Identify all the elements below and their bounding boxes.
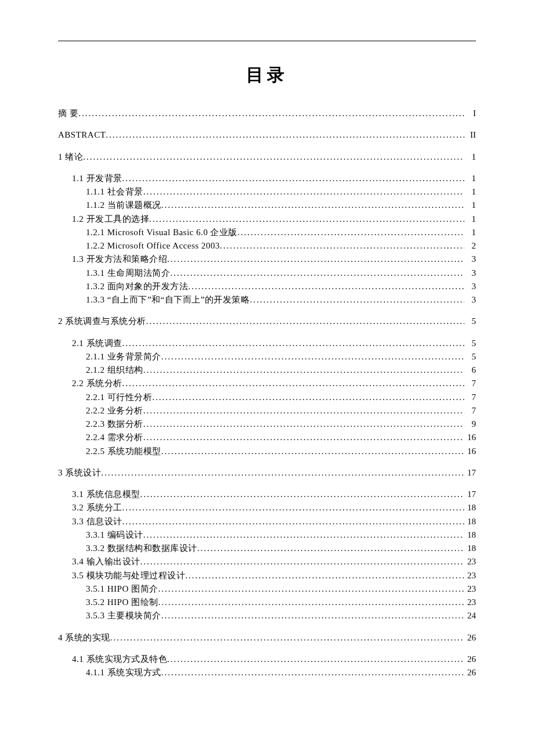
toc-leader-dots bbox=[167, 253, 464, 266]
toc-leader-dots bbox=[143, 431, 464, 444]
toc-block: 3 系统设计17 bbox=[58, 466, 476, 480]
toc-entry: 3.1 系统信息模型17 bbox=[58, 488, 476, 501]
toc-entry: 摘 要I bbox=[58, 107, 476, 120]
toc-entry-page: 18 bbox=[464, 501, 476, 514]
toc-leader-dots bbox=[78, 107, 464, 120]
toc-entry: 1.1.2 当前课题概况 1 bbox=[58, 199, 476, 212]
toc-entry: 2.2.3 数据分析 9 bbox=[58, 417, 476, 431]
toc-block: 摘 要I bbox=[58, 107, 476, 120]
toc-entry: 1.3.1 生命周期法简介 3 bbox=[58, 267, 476, 280]
toc-entry: 1.1 开发背景1 bbox=[58, 172, 476, 185]
toc-entry-page: 1 bbox=[464, 199, 476, 212]
toc-entry-label: 3.3.2 数据结构和数据库设计 bbox=[86, 542, 197, 555]
toc-entry: 3.3 信息设计18 bbox=[58, 515, 476, 528]
toc-block: 4 系统的实现26 bbox=[58, 631, 476, 645]
toc-leader-dots bbox=[143, 404, 464, 417]
toc-leader-dots bbox=[250, 293, 464, 307]
toc-leader-dots bbox=[143, 528, 464, 542]
toc-entry-page: 1 bbox=[464, 150, 476, 164]
toc-entry-label: 1.3.2 面向对象的开发方法 bbox=[86, 280, 188, 293]
toc-entry-label: 3.1 系统信息模型 bbox=[72, 488, 140, 501]
toc-entry-label: 3.2 系统分工 bbox=[72, 501, 122, 514]
page-title: 目录 bbox=[58, 63, 476, 87]
toc-leader-dots bbox=[110, 631, 464, 645]
toc-entry: 1.2.2 Microsoft Office Access 2003 2 bbox=[58, 239, 476, 253]
toc-entry-page: 18 bbox=[464, 515, 476, 528]
toc-leader-dots bbox=[143, 185, 464, 199]
toc-entry: 2.1 系统调查5 bbox=[58, 337, 476, 350]
toc-entry-label: 4.1 系统实现方式及特色 bbox=[72, 653, 167, 666]
toc-entry-label: 1.3.3 “自上而下”和“自下而上”的开发策略 bbox=[86, 293, 250, 307]
toc-entry: 4.1 系统实现方式及特色26 bbox=[58, 653, 476, 666]
toc-leader-dots bbox=[140, 555, 465, 568]
document-page: 目录 摘 要IABSTRACTII1 绪论11.1 开发背景11.1.1 社会背… bbox=[0, 0, 534, 756]
toc-entry-page: 16 bbox=[464, 445, 476, 458]
toc-entry-label: 1.3.1 生命周期法简介 bbox=[86, 267, 170, 280]
toc-entry-page: 24 bbox=[464, 609, 476, 622]
toc-entry: 3 系统设计17 bbox=[58, 466, 476, 480]
toc-entry-page: 23 bbox=[464, 569, 476, 582]
toc-leader-dots bbox=[149, 213, 464, 226]
toc-entry-page: 18 bbox=[464, 528, 476, 542]
toc-leader-dots bbox=[122, 337, 465, 350]
toc-entry: 3.5.3 主要模块简介 24 bbox=[58, 609, 476, 622]
toc-entry-page: 1 bbox=[464, 185, 476, 199]
toc-entry-label: 1.1.2 当前课题概况 bbox=[86, 199, 161, 212]
header-rule bbox=[58, 41, 476, 41]
toc-entry-label: 1.1 开发背景 bbox=[72, 172, 122, 185]
toc-entry-page: 7 bbox=[464, 377, 476, 390]
toc-entry-label: 3.3.1 编码设计 bbox=[86, 528, 143, 542]
toc-entry-page: 26 bbox=[464, 631, 476, 645]
toc-entry-page: 1 bbox=[464, 226, 476, 239]
toc-leader-dots bbox=[122, 172, 465, 185]
toc-leader-dots bbox=[220, 239, 464, 253]
toc-entry: 3.2 系统分工18 bbox=[58, 501, 476, 514]
toc-entry: 2 系统调查与系统分析5 bbox=[58, 315, 476, 328]
toc-entry-page: 18 bbox=[464, 542, 476, 555]
toc-leader-dots bbox=[101, 466, 464, 480]
toc-entry-label: ABSTRACT bbox=[58, 128, 106, 142]
toc-entry-label: 2.2.5 系统功能模型 bbox=[86, 445, 161, 458]
toc-entry-label: 1.2 开发工具的选择 bbox=[72, 213, 149, 226]
toc-entry-label: 3.5.1 HIPO 图简介 bbox=[86, 582, 158, 596]
toc-entry: 1.1.1 社会背景 1 bbox=[58, 185, 476, 199]
toc-entry: 3.5 模块功能与处理过程设计23 bbox=[58, 569, 476, 582]
toc-entry: 2.1.2 组织结构 6 bbox=[58, 363, 476, 377]
toc-leader-dots bbox=[161, 666, 464, 679]
toc-entry-label: 摘 要 bbox=[58, 107, 78, 120]
toc-entry: 3.5.2 HIPO 图绘制23 bbox=[58, 596, 476, 609]
toc-entry-page: 3 bbox=[464, 293, 476, 307]
toc-entry: 3.4 输入输出设计23 bbox=[58, 555, 476, 568]
toc-entry-page: 2 bbox=[464, 239, 476, 253]
toc-entry-label: 2.2.3 数据分析 bbox=[86, 417, 143, 431]
toc-leader-dots bbox=[122, 501, 465, 514]
toc-entry-label: 2 系统调查与系统分析 bbox=[58, 315, 146, 328]
toc-entry-label: 2.2.4 需求分析 bbox=[86, 431, 143, 444]
toc-leader-dots bbox=[140, 488, 465, 501]
toc-entry: 4 系统的实现26 bbox=[58, 631, 476, 645]
toc-entry-label: 1.1.1 社会背景 bbox=[86, 185, 143, 199]
toc-entry-page: 17 bbox=[464, 466, 476, 480]
toc-entry-label: 3.5.3 主要模块简介 bbox=[86, 609, 161, 622]
toc-entry-page: 16 bbox=[464, 431, 476, 444]
toc-leader-dots bbox=[161, 199, 464, 212]
toc-entry-page: 26 bbox=[464, 653, 476, 666]
toc-entry-page: 23 bbox=[464, 596, 476, 609]
toc-entry: 1.2.1 Microsoft Visual Basic 6.0 企业版 1 bbox=[58, 226, 476, 239]
toc-block: 4.1 系统实现方式及特色264.1.1 系统实现方式 26 bbox=[58, 653, 476, 680]
toc-entry: 3.3.1 编码设计 18 bbox=[58, 528, 476, 542]
toc-entry-label: 1.3 开发方法和策略介绍 bbox=[72, 253, 167, 266]
toc-entry: 1 绪论1 bbox=[58, 150, 476, 164]
toc-entry-page: 3 bbox=[464, 267, 476, 280]
toc-entry-label: 3.5.2 HIPO 图绘制 bbox=[86, 596, 158, 609]
toc-entry-page: 23 bbox=[464, 582, 476, 596]
toc-entry-page: 7 bbox=[464, 391, 476, 404]
toc-leader-dots bbox=[161, 609, 464, 622]
toc-block: 3.1 系统信息模型173.2 系统分工183.3 信息设计183.3.1 编码… bbox=[58, 488, 476, 623]
toc-entry: 2.1.1 业务背景简介 5 bbox=[58, 350, 476, 363]
toc-entry-page: 6 bbox=[464, 363, 476, 377]
toc-block: 1.1 开发背景11.1.1 社会背景 11.1.2 当前课题概况 11.2 开… bbox=[58, 172, 476, 307]
toc-block: 1 绪论1 bbox=[58, 150, 476, 164]
toc-block: 2 系统调查与系统分析5 bbox=[58, 315, 476, 328]
toc-entry: 4.1.1 系统实现方式 26 bbox=[58, 666, 476, 679]
